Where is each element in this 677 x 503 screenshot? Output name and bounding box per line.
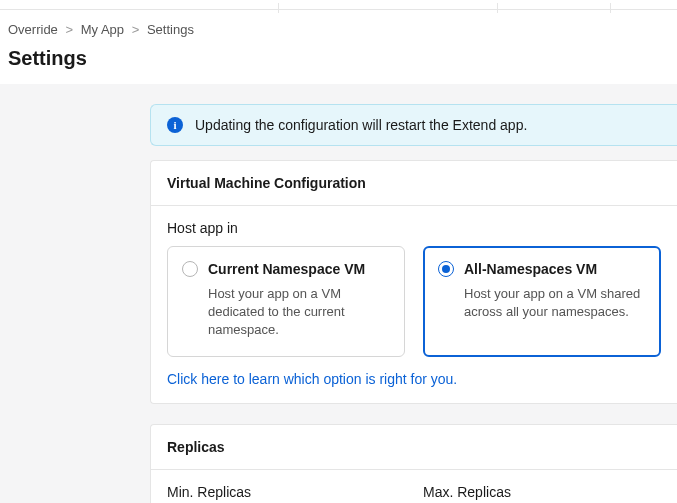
breadcrumb-item: Settings xyxy=(147,22,194,37)
input-label: Max. Replicas xyxy=(423,484,661,500)
card-title: Replicas xyxy=(151,425,677,470)
vm-config-card: Virtual Machine Configuration Host app i… xyxy=(150,160,677,404)
radio-description: Host your app on a VM dedicated to the c… xyxy=(182,285,390,340)
radio-title: All-Namespaces VM xyxy=(464,261,597,277)
content-region: i Updating the configuration will restar… xyxy=(0,84,677,503)
card-title: Virtual Machine Configuration xyxy=(151,161,677,206)
host-app-label: Host app in xyxy=(167,220,661,236)
radio-icon xyxy=(182,261,198,277)
page-header: Override > My App > Settings Settings xyxy=(0,10,677,84)
info-banner: i Updating the configuration will restar… xyxy=(150,104,677,146)
radio-icon xyxy=(438,261,454,277)
replicas-card: Replicas Min. Replicas Min. value is 1 M… xyxy=(150,424,677,503)
info-icon: i xyxy=(167,117,183,133)
min-replicas-field: Min. Replicas Min. value is 1 xyxy=(167,484,405,503)
radio-title: Current Namespace VM xyxy=(208,261,365,277)
page-title: Settings xyxy=(8,47,669,70)
vm-option-group: Current Namespace VM Host your app on a … xyxy=(167,246,661,357)
chevron-right-icon: > xyxy=(65,22,73,37)
breadcrumb: Override > My App > Settings xyxy=(8,22,669,37)
radio-description: Host your app on a VM shared across all … xyxy=(438,285,646,321)
breadcrumb-item[interactable]: My App xyxy=(81,22,124,37)
vm-option-current-namespace[interactable]: Current Namespace VM Host your app on a … xyxy=(167,246,405,357)
input-label: Min. Replicas xyxy=(167,484,405,500)
top-tab-strip xyxy=(0,0,677,10)
learn-more-link[interactable]: Click here to learn which option is righ… xyxy=(167,371,457,387)
vm-option-all-namespaces[interactable]: All-Namespaces VM Host your app on a VM … xyxy=(423,246,661,357)
breadcrumb-item[interactable]: Override xyxy=(8,22,58,37)
info-banner-text: Updating the configuration will restart … xyxy=(195,117,527,133)
max-replicas-field: Max. Replicas Max. value is 60. Request … xyxy=(423,484,661,503)
chevron-right-icon: > xyxy=(132,22,140,37)
